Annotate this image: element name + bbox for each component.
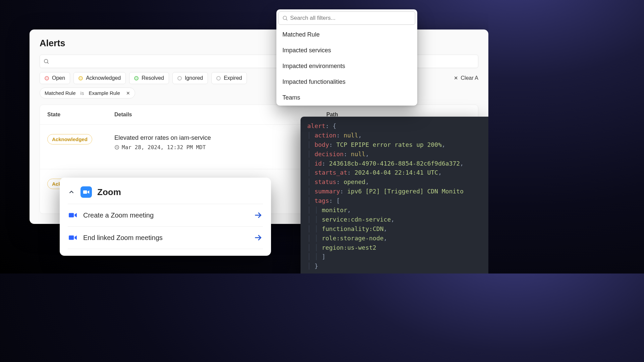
svg-line-1 <box>47 62 48 63</box>
active-filter-chip[interactable]: Matched Rule is Example Rule ✕ <box>40 87 135 99</box>
clock-icon <box>114 145 119 150</box>
search-icon <box>43 58 49 64</box>
filter-option[interactable]: Matched Rule <box>276 27 417 43</box>
svg-rect-8 <box>83 190 87 194</box>
status-dot-icon <box>134 76 139 80</box>
status-dot-icon <box>78 76 83 80</box>
zoom-action-create[interactable]: Create a Zoom meeting <box>68 204 263 226</box>
svg-point-0 <box>44 59 48 63</box>
zoom-logo-icon <box>80 186 92 198</box>
state-badge: Acknowledged <box>47 134 92 144</box>
zoom-integration-card: Zoom Create a Zoom meeting End linked Zo… <box>60 178 271 256</box>
filter-search-input[interactable] <box>278 11 415 25</box>
zoom-title: Zoom <box>97 187 121 197</box>
status-dot-icon <box>177 76 182 80</box>
status-chip-ignored[interactable]: Ignored <box>172 72 208 84</box>
filter-field: Matched Rule <box>45 90 76 96</box>
video-icon <box>68 235 77 241</box>
arrow-right-icon <box>254 211 262 220</box>
remove-filter-icon[interactable]: ✕ <box>126 90 130 96</box>
video-icon <box>68 212 77 218</box>
status-chip-open[interactable]: Open <box>40 72 70 84</box>
svg-rect-11 <box>69 236 74 240</box>
chevron-up-icon[interactable] <box>68 188 75 196</box>
zoom-action-label: Create a Zoom meeting <box>83 212 248 219</box>
close-icon: ✕ <box>454 75 458 81</box>
status-chip-acknowledged[interactable]: Acknowledged <box>73 72 126 84</box>
filter-option[interactable]: Impacted functionalities <box>276 74 417 90</box>
status-filter-row: Open Acknowledged Resolved Ignored Expir… <box>30 72 488 87</box>
zoom-action-end[interactable]: End linked Zoom meetings <box>68 226 263 249</box>
svg-point-6 <box>283 16 287 20</box>
clear-all-button[interactable]: ✕ Clear A <box>454 75 478 81</box>
status-dot-icon <box>216 76 221 80</box>
status-chip-resolved[interactable]: Resolved <box>129 72 169 84</box>
alert-json-viewer: alert: { │ action: null, │ body: TCP EPI… <box>301 117 488 274</box>
zoom-action-label: End linked Zoom meetings <box>83 234 248 242</box>
filter-value: Example Rule <box>89 90 120 96</box>
status-dot-icon <box>45 76 49 80</box>
filter-option[interactable]: Impacted environments <box>276 58 417 74</box>
alert-title: Elevated error rates on iam-service <box>114 134 326 141</box>
filter-dropdown: Matched Rule Impacted services Impacted … <box>276 9 417 106</box>
col-state: State <box>47 112 114 118</box>
filter-option[interactable]: Teams <box>276 90 417 106</box>
svg-rect-9 <box>69 213 74 218</box>
col-details: Details <box>114 112 326 118</box>
arrow-right-icon <box>254 233 262 242</box>
filter-option[interactable]: Impacted services <box>276 43 417 58</box>
filter-operator: is <box>80 90 84 96</box>
alert-timestamp: Mar 28, 2024, 12:32 PM MDT <box>114 144 326 150</box>
search-icon <box>282 15 288 21</box>
filter-search-field[interactable] <box>290 15 412 21</box>
svg-line-7 <box>286 19 287 20</box>
status-chip-expired[interactable]: Expired <box>211 72 247 84</box>
